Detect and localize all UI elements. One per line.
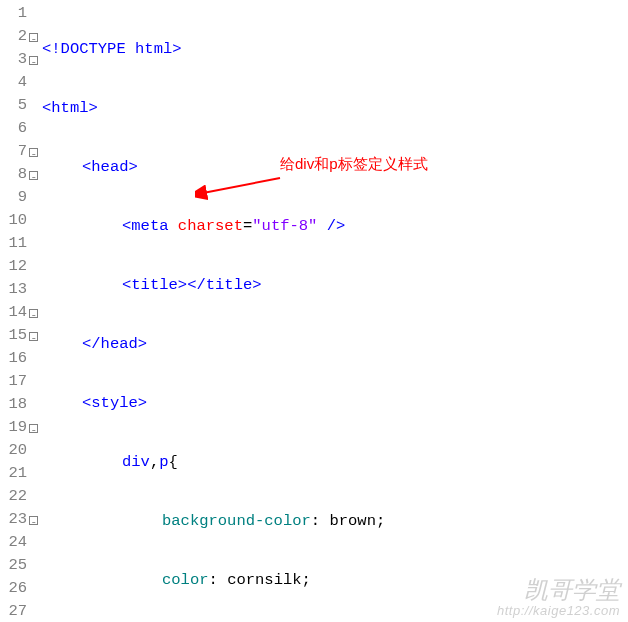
- line-number: 3: [0, 48, 30, 71]
- line-number: 6: [0, 117, 30, 140]
- code-line: <style>: [42, 392, 628, 415]
- code-line: <!DOCTYPE html>: [42, 38, 628, 61]
- line-number: 7: [0, 140, 30, 163]
- line-number: 13: [0, 278, 30, 301]
- code-area[interactable]: <!DOCTYPE html> <html> <head> <meta char…: [30, 0, 628, 622]
- code-line: <meta charset="utf-8" />: [42, 215, 628, 238]
- line-number: 8: [0, 163, 30, 186]
- code-line: <title></title>: [42, 274, 628, 297]
- line-number: 26: [0, 577, 30, 600]
- line-number: 22: [0, 485, 30, 508]
- line-number: 27: [0, 600, 30, 622]
- line-number: 17: [0, 370, 30, 393]
- line-number: 4: [0, 71, 30, 94]
- line-number: 19: [0, 416, 30, 439]
- code-line: color: cornsilk;: [42, 569, 628, 592]
- line-number: 23: [0, 508, 30, 531]
- line-number: 18: [0, 393, 30, 416]
- line-number: 15: [0, 324, 30, 347]
- line-number: 21: [0, 462, 30, 485]
- line-number: 2: [0, 25, 30, 48]
- code-editor: 1 2 3 4 5 6 7 8 9 10 11 12 13 14 15 16 1…: [0, 0, 628, 622]
- line-number: 10: [0, 209, 30, 232]
- line-number: 9: [0, 186, 30, 209]
- line-number: 25: [0, 554, 30, 577]
- code-line: background-color: brown;: [42, 510, 628, 533]
- line-number: 24: [0, 531, 30, 554]
- code-line: </head>: [42, 333, 628, 356]
- line-number: 5: [0, 94, 30, 117]
- code-line: <html>: [42, 97, 628, 120]
- line-number: 16: [0, 347, 30, 370]
- line-number: 14: [0, 301, 30, 324]
- line-number: 1: [0, 2, 30, 25]
- code-line: div,p{: [42, 451, 628, 474]
- line-number-gutter: 1 2 3 4 5 6 7 8 9 10 11 12 13 14 15 16 1…: [0, 0, 30, 622]
- line-number: 12: [0, 255, 30, 278]
- line-number: 11: [0, 232, 30, 255]
- annotation-text: 给div和p标签定义样式: [280, 155, 428, 174]
- line-number: 20: [0, 439, 30, 462]
